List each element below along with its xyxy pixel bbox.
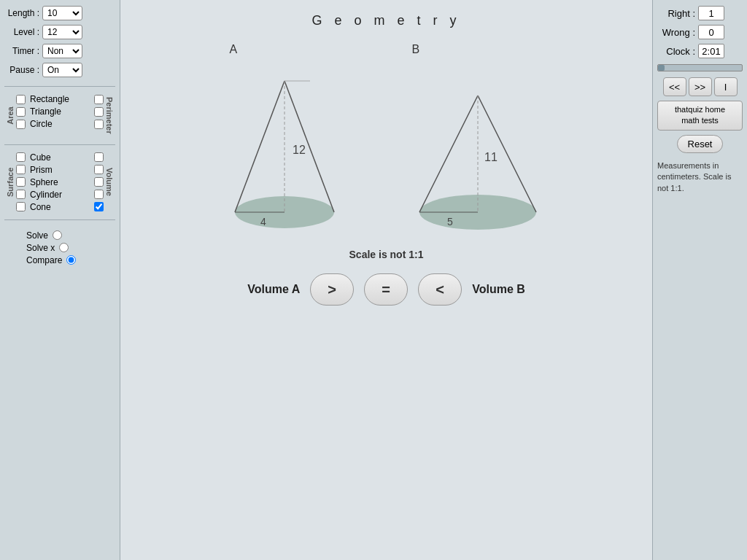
rectangle-row: Rectangle xyxy=(16,94,104,104)
shape-b-wrapper: B 11 5 xyxy=(405,43,551,234)
cone-row: Cone xyxy=(16,202,104,212)
progress-bar-container xyxy=(657,64,743,71)
level-control: Level : 12 xyxy=(4,25,115,39)
clock-value: 2:01 xyxy=(698,44,724,58)
length-label: Length : xyxy=(4,8,39,18)
pause-label: Pause : xyxy=(4,65,39,75)
sphere-row: Sphere xyxy=(16,177,104,187)
greater-than-button[interactable]: > xyxy=(310,273,354,306)
main-area: G e o m e t r y A 12 4 xyxy=(120,0,652,560)
cone-b-svg: 11 5 xyxy=(405,59,551,234)
left-panel: Length : 10 Level : 12 Timer : Non On Pa… xyxy=(0,0,120,560)
cone-a-radius-label: 4 xyxy=(260,216,266,228)
volume-b-label: Volume B xyxy=(472,283,525,296)
triangle-label: Triangle xyxy=(30,106,61,117)
right-value: 1 xyxy=(698,6,724,20)
right-panel: Right : 1 Wrong : 0 Clock : 2:01 << >> I… xyxy=(652,0,747,560)
right-stat-label: Right : xyxy=(657,8,695,19)
cube-left-cb[interactable] xyxy=(16,152,26,162)
less-than-button[interactable]: < xyxy=(418,273,462,306)
rectangle-label: Rectangle xyxy=(30,94,69,104)
thatquiz-line2: math tests xyxy=(681,116,719,125)
length-select[interactable]: 10 xyxy=(42,6,82,20)
rectangle-left-cb[interactable] xyxy=(16,95,26,104)
thatquiz-line1: thatquiz home xyxy=(675,105,725,114)
scale-note: Scale is not 1:1 xyxy=(349,249,424,260)
surface-checkboxes: Cube Prism Sphere xyxy=(16,152,104,212)
measurements-note: Measurements in centimeters. Scale is no… xyxy=(657,160,743,194)
cube-label: Cube xyxy=(30,152,51,163)
sphere-left-cb[interactable] xyxy=(16,177,26,187)
pause-select[interactable]: On Off xyxy=(42,63,82,77)
shape-b-label: B xyxy=(412,43,420,56)
volume-a-label: Volume A xyxy=(247,283,300,296)
sphere-label: Sphere xyxy=(30,177,58,187)
cylinder-row: Cylinder xyxy=(16,190,104,200)
length-control: Length : 10 xyxy=(4,6,115,20)
prism-label: Prism xyxy=(30,165,53,175)
perimeter-label: Perimeter xyxy=(104,94,115,137)
cone-a-height-label: 12 xyxy=(293,144,306,156)
volume-label: Volume xyxy=(104,152,115,212)
surface-section: Surface Cube Prism Sphere xyxy=(4,152,115,212)
cone-a-left-line xyxy=(235,81,285,212)
timer-label: Timer : xyxy=(4,46,39,56)
shape-a-label: A xyxy=(230,43,238,56)
cone-b-height-label: 11 xyxy=(484,151,498,163)
nav-buttons: << >> I xyxy=(657,77,743,96)
clock-stat-label: Clock : xyxy=(657,46,695,57)
prism-left-cb[interactable] xyxy=(16,165,26,174)
reset-button[interactable]: Reset xyxy=(677,135,724,153)
wrong-stat-row: Wrong : 0 xyxy=(657,25,743,39)
cylinder-right-cb[interactable] xyxy=(94,190,104,199)
area-label: Area xyxy=(4,94,16,137)
wrong-value: 0 xyxy=(698,25,724,39)
circle-row: Circle xyxy=(16,119,104,129)
cube-right-cb[interactable] xyxy=(94,152,104,162)
solve-radio[interactable] xyxy=(53,230,62,240)
cone-right-cb[interactable] xyxy=(94,202,104,211)
rectangle-right-cb[interactable] xyxy=(94,95,104,104)
nav-pause-button[interactable]: I xyxy=(714,77,738,96)
solve-row: Solve xyxy=(26,230,115,241)
circle-left-cb[interactable] xyxy=(16,120,26,129)
nav-next-button[interactable]: >> xyxy=(689,77,712,96)
compare-row-left: Compare xyxy=(26,255,115,265)
triangle-right-cb[interactable] xyxy=(94,107,104,117)
area-checkboxes: Rectangle Triangle Circle xyxy=(16,94,104,137)
cone-label: Cone xyxy=(30,202,51,212)
triangle-row: Triangle xyxy=(16,106,104,117)
nav-prev-button[interactable]: << xyxy=(663,77,686,96)
triangle-left-cb[interactable] xyxy=(16,107,26,117)
prism-right-cb[interactable] xyxy=(94,165,104,174)
cone-b-left-line xyxy=(419,96,478,212)
circle-right-cb[interactable] xyxy=(94,120,104,129)
circle-label: Circle xyxy=(30,119,53,129)
solve-section: Solve Solve x Compare xyxy=(4,230,115,265)
surface-label: Surface xyxy=(4,152,16,212)
cylinder-label: Cylinder xyxy=(30,190,62,200)
shape-a-wrapper: A 12 4 xyxy=(222,43,347,234)
compare-radio[interactable] xyxy=(66,255,76,265)
area-section: Area Rectangle Triangle Circle xyxy=(4,94,115,137)
sphere-right-cb[interactable] xyxy=(94,177,104,187)
prism-row: Prism xyxy=(16,165,104,175)
wrong-stat-label: Wrong : xyxy=(657,27,695,38)
cylinder-left-cb[interactable] xyxy=(16,190,26,199)
equal-button[interactable]: = xyxy=(364,273,408,306)
cone-b-radius-label: 5 xyxy=(447,216,453,228)
solve-x-radio[interactable] xyxy=(59,243,69,252)
solve-x-row: Solve x xyxy=(26,243,115,253)
thatquiz-button[interactable]: thatquiz home math tests xyxy=(657,101,743,131)
timer-select[interactable]: Non On xyxy=(42,44,82,58)
cube-row: Cube xyxy=(16,152,104,163)
level-label: Level : xyxy=(4,27,39,37)
pause-control: Pause : On Off xyxy=(4,63,115,77)
solve-x-label: Solve x xyxy=(26,243,55,253)
main-title: G e o m e t r y xyxy=(311,13,460,28)
clock-stat-row: Clock : 2:01 xyxy=(657,44,743,58)
cone-a-svg: 12 4 xyxy=(222,59,347,234)
cone-left-cb[interactable] xyxy=(16,202,26,211)
level-select[interactable]: 12 xyxy=(42,25,82,39)
timer-control: Timer : Non On xyxy=(4,44,115,58)
